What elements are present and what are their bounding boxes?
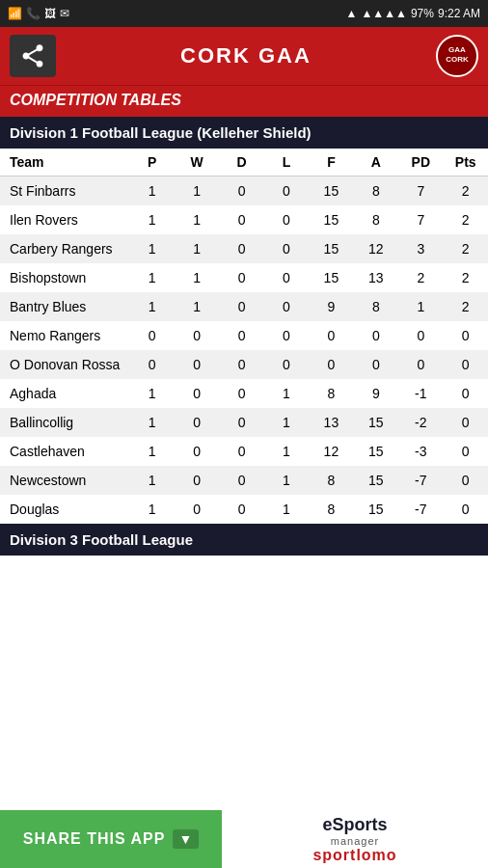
division1-title: Division 1 Football League (Kelleher Shi… [0, 117, 488, 149]
stat-cell: -2 [398, 408, 443, 437]
table-row: O Donovan Rossa00000000 [0, 350, 488, 379]
stat-cell: 8 [309, 379, 353, 408]
stat-cell: 0 [264, 234, 309, 263]
team-name-cell: Castlehaven [0, 437, 129, 466]
stat-cell: 0 [264, 321, 309, 350]
stat-cell: 15 [309, 205, 353, 234]
status-left-icons: 📶 📞 🖼 ✉ [8, 7, 69, 20]
stat-cell: 0 [444, 350, 489, 379]
stat-cell: 0 [264, 350, 309, 379]
stat-cell: 1 [175, 234, 219, 263]
col-l: L [264, 149, 309, 176]
col-pts: Pts [444, 149, 489, 176]
stat-cell: 1 [264, 466, 309, 495]
table-row: St Finbarrs110015872 [0, 176, 488, 206]
phone-icon: 📞 [26, 7, 41, 20]
share-app-button[interactable]: SHARE THIS APP ▼ [0, 810, 222, 868]
image-icon: 🖼 [44, 7, 56, 20]
stat-cell: 8 [354, 292, 398, 321]
table-header-row: Team P W D L F A PD Pts [0, 149, 488, 176]
competition-banner: COMPETITION TABLES [0, 85, 488, 117]
stat-cell: 15 [354, 408, 398, 437]
stat-cell: 1 [175, 292, 219, 321]
stat-cell: 0 [175, 495, 219, 524]
stat-cell: 0 [175, 321, 219, 350]
stat-cell: 1 [129, 408, 174, 437]
stat-cell: 7 [398, 176, 443, 206]
table-body: St Finbarrs110015872Ilen Rovers110015872… [0, 176, 488, 525]
stat-cell: 0 [444, 437, 489, 466]
stat-cell: 0 [264, 176, 309, 206]
stat-cell: 0 [264, 205, 309, 234]
sim-icon: 📶 [8, 7, 22, 20]
team-name-cell: O Donovan Rossa [0, 350, 129, 379]
message-icon: ✉ [60, 7, 69, 20]
stat-cell: 1 [175, 205, 219, 234]
division3-title: Division 3 Football League [0, 524, 488, 556]
stat-cell: -3 [398, 437, 443, 466]
stat-cell: 2 [444, 263, 489, 292]
stat-cell: 13 [354, 263, 398, 292]
stat-cell: 0 [175, 408, 219, 437]
app-header: CORK GAA CORK GAA [0, 27, 488, 85]
col-pd: PD [398, 149, 443, 176]
table-row: Ballincollig10011315-20 [0, 408, 488, 437]
stat-cell: 0 [175, 350, 219, 379]
svg-text:GAA: GAA [448, 45, 466, 54]
club-crest: CORK GAA [436, 35, 478, 77]
team-name-cell: Bantry Blues [0, 292, 129, 321]
stat-cell: 1 [264, 379, 309, 408]
stat-cell: 0 [219, 234, 263, 263]
stat-cell: 0 [444, 321, 489, 350]
stat-cell: 0 [444, 408, 489, 437]
stat-cell: 2 [444, 292, 489, 321]
battery-level: 97% [411, 7, 434, 20]
time-display: 9:22 AM [438, 7, 480, 20]
table-row: Bishopstown1100151322 [0, 263, 488, 292]
table-row: Bantry Blues11009812 [0, 292, 488, 321]
wifi-icon: ▲ [346, 7, 358, 20]
stat-cell: 3 [398, 234, 443, 263]
team-name-cell: Newcestown [0, 466, 129, 495]
esports-ad[interactable]: eSports manager sportlomo [222, 810, 488, 868]
stat-cell: 0 [309, 350, 353, 379]
team-name-cell: Carbery Rangers [0, 234, 129, 263]
stat-cell: 0 [398, 350, 443, 379]
stat-cell: 8 [354, 176, 398, 206]
manager-label: manager [331, 835, 379, 847]
competition-word: COMPETITION [10, 92, 117, 108]
stat-cell: 13 [309, 408, 353, 437]
stat-cell: 8 [354, 205, 398, 234]
stat-cell: 0 [219, 408, 263, 437]
stat-cell: 1 [398, 292, 443, 321]
col-d: D [219, 149, 263, 176]
stat-cell: 0 [219, 292, 263, 321]
stat-cell: 8 [309, 495, 353, 524]
col-w: W [175, 149, 219, 176]
stat-cell: 0 [398, 321, 443, 350]
stat-cell: 0 [175, 466, 219, 495]
table-row: Castlehaven10011215-30 [0, 437, 488, 466]
table-row: Carbery Rangers1100151232 [0, 234, 488, 263]
stat-cell: 1 [129, 437, 174, 466]
stat-cell: 12 [354, 234, 398, 263]
stat-cell: 0 [309, 321, 353, 350]
stat-cell: 0 [264, 263, 309, 292]
stat-cell: 0 [175, 437, 219, 466]
stat-cell: 0 [219, 176, 263, 206]
stat-cell: 1 [129, 176, 174, 206]
stat-cell: 1 [129, 379, 174, 408]
stat-cell: 1 [264, 437, 309, 466]
stat-cell: 1 [129, 234, 174, 263]
header-share-button[interactable] [10, 35, 56, 77]
table-row: Aghada100189-10 [0, 379, 488, 408]
col-team: Team [0, 149, 129, 176]
stat-cell: 1 [264, 495, 309, 524]
status-right-icons: ▲ ▲▲▲▲ 97% 9:22 AM [346, 7, 480, 20]
stat-cell: 15 [309, 176, 353, 206]
stat-cell: 1 [175, 263, 219, 292]
chevron-down-icon: ▼ [173, 829, 199, 849]
stat-cell: 0 [219, 379, 263, 408]
stat-cell: 0 [219, 466, 263, 495]
stat-cell: 0 [219, 263, 263, 292]
